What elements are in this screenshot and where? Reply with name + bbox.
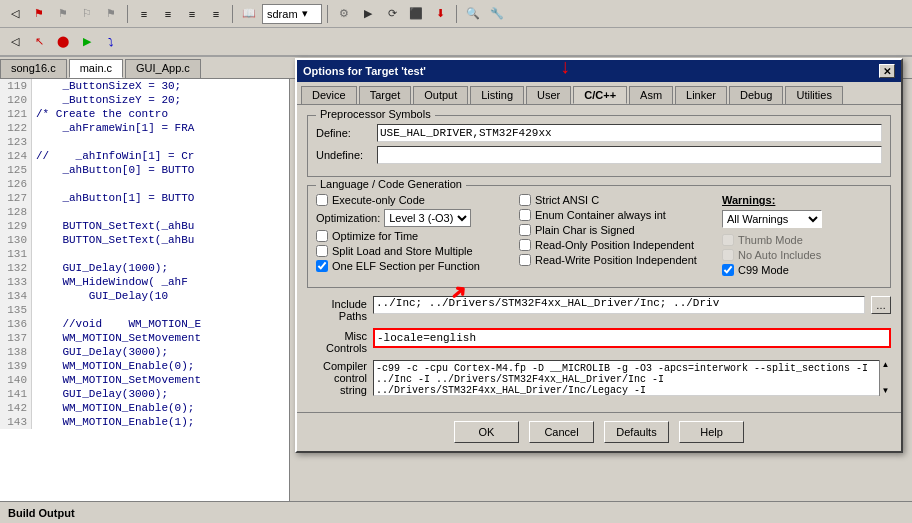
toolbar-btn-back[interactable]: ◁ bbox=[4, 31, 26, 53]
toolbar-btn-breakpt[interactable]: ⬤ bbox=[52, 31, 74, 53]
toolbar-btn-compile[interactable]: ⚙ bbox=[333, 3, 355, 25]
toolbar-sep-4 bbox=[456, 5, 457, 23]
toolbar-target-dropdown[interactable]: sdram ▾ bbox=[262, 4, 322, 24]
code-editor[interactable]: 119 _ButtonSizeX = 30;120 _ButtonSizeY =… bbox=[0, 79, 290, 523]
preprocessor-group: Preprocessor Symbols Define: Undefine: bbox=[307, 115, 891, 177]
line-code: _ButtonSizeX = 30; bbox=[32, 79, 181, 93]
compiler-string-input[interactable]: -c99 -c -cpu Cortex-M4.fp -D __MICROLIB … bbox=[373, 360, 891, 396]
toolbar-sep-3 bbox=[327, 5, 328, 23]
dialog-tab-asm[interactable]: Asm bbox=[629, 86, 673, 104]
defaults-button[interactable]: Defaults bbox=[604, 421, 669, 443]
read-write-cb[interactable] bbox=[519, 254, 531, 266]
dialog-tab-utilities[interactable]: Utilities bbox=[785, 86, 842, 104]
optimization-select[interactable]: Level 3 (-O3) bbox=[384, 209, 471, 227]
ok-button[interactable]: OK bbox=[454, 421, 519, 443]
dialog-tab-cpp[interactable]: C/C++ bbox=[573, 86, 627, 104]
toolbar-btn-indent3[interactable]: ≡ bbox=[181, 3, 203, 25]
split-load-cb[interactable] bbox=[316, 245, 328, 257]
toolbar-btn-flag4[interactable]: ⚑ bbox=[100, 3, 122, 25]
read-only-cb[interactable] bbox=[519, 239, 531, 251]
include-paths-label: Include Paths bbox=[307, 296, 367, 322]
warnings-select[interactable]: All Warnings bbox=[722, 210, 822, 228]
toolbar-btn-build[interactable]: ▶ bbox=[357, 3, 379, 25]
optimize-time-cb[interactable] bbox=[316, 230, 328, 242]
enum-container-cb[interactable] bbox=[519, 209, 531, 221]
tab-guiappc[interactable]: GUI_App.c bbox=[125, 59, 201, 78]
scroll-up-arrow[interactable]: ▲ bbox=[881, 360, 891, 370]
toolbar-btn-rebuild[interactable]: ⟳ bbox=[381, 3, 403, 25]
toolbar-btn-indent2[interactable]: ≡ bbox=[157, 3, 179, 25]
define-label: Define: bbox=[316, 127, 371, 139]
toolbar-btn-indent[interactable]: ≡ bbox=[133, 3, 155, 25]
table-row: 130 BUTTON_SetText(_ahBu bbox=[0, 233, 289, 247]
line-number: 127 bbox=[0, 191, 32, 205]
undefine-row: Undefine: bbox=[316, 146, 882, 164]
define-row: Define: bbox=[316, 124, 882, 142]
compiler-scrollbar[interactable]: ▲ ▼ bbox=[879, 360, 891, 396]
dialog-tab-target[interactable]: Target bbox=[359, 86, 412, 104]
tab-mainc[interactable]: main.c bbox=[69, 59, 123, 78]
compiler-string-value: -c99 -c -cpu Cortex-M4.fp -D __MICROLIB … bbox=[376, 363, 868, 396]
execute-only-cb[interactable] bbox=[316, 194, 328, 206]
include-paths-input[interactable]: ../Inc; ../Drivers/STM32F4xx_HAL_Driver/… bbox=[373, 296, 865, 314]
code-lines: 119 _ButtonSizeX = 30;120 _ButtonSizeY =… bbox=[0, 79, 289, 429]
toolbar-btn-flag2[interactable]: ⚑ bbox=[52, 3, 74, 25]
misc-controls-input-highlight[interactable]: -locale=english bbox=[373, 328, 891, 348]
line-code: _ahButton[0] = BUTTO bbox=[32, 163, 194, 177]
plain-char-cb[interactable] bbox=[519, 224, 531, 236]
line-number: 133 bbox=[0, 275, 32, 289]
line-number: 128 bbox=[0, 205, 32, 219]
dialog-close-button[interactable]: ✕ bbox=[879, 64, 895, 78]
dialog-tab-output[interactable]: Output bbox=[413, 86, 468, 104]
toolbar-btn-step[interactable]: ⤵ bbox=[100, 31, 122, 53]
line-code: GUI_Delay(10 bbox=[32, 289, 168, 303]
scroll-down-arrow[interactable]: ▼ bbox=[881, 386, 891, 396]
undefine-input[interactable] bbox=[377, 146, 882, 164]
table-row: 119 _ButtonSizeX = 30; bbox=[0, 79, 289, 93]
dialog-tab-user[interactable]: User bbox=[526, 86, 571, 104]
cancel-button[interactable]: Cancel bbox=[529, 421, 594, 443]
strict-ansi-cb[interactable] bbox=[519, 194, 531, 206]
lang-mid-col: Strict ANSI C Enum Container always int … bbox=[519, 194, 714, 279]
table-row: 140 WM_MOTION_SetMovement bbox=[0, 373, 289, 387]
tab-song16c[interactable]: song16.c bbox=[0, 59, 67, 78]
toolbar-btn-search[interactable]: 🔍 bbox=[462, 3, 484, 25]
dialog-tab-listing[interactable]: Listing bbox=[470, 86, 524, 104]
toolbar-btn-stop[interactable]: ⬛ bbox=[405, 3, 427, 25]
line-number: 125 bbox=[0, 163, 32, 177]
include-browse-btn[interactable]: … bbox=[871, 296, 891, 314]
toolbar-btn-flag[interactable]: ⚑ bbox=[28, 3, 50, 25]
c99-mode-label: C99 Mode bbox=[738, 264, 789, 276]
toolbar-btn-indent4[interactable]: ≡ bbox=[205, 3, 227, 25]
toolbar-btn-play[interactable]: ▶ bbox=[76, 31, 98, 53]
dialog-tab-debug[interactable]: Debug bbox=[729, 86, 783, 104]
toolbar-btn-book[interactable]: 📖 bbox=[238, 3, 260, 25]
line-number: 131 bbox=[0, 247, 32, 261]
c99-mode-cb[interactable] bbox=[722, 264, 734, 276]
line-number: 119 bbox=[0, 79, 32, 93]
no-auto-includes-row: No Auto Includes bbox=[722, 249, 882, 261]
line-code: BUTTON_SetText(_ahBu bbox=[32, 219, 194, 233]
toolbar-btn-download[interactable]: ⬇ bbox=[429, 3, 451, 25]
misc-controls-section: Misc Controls -locale=english bbox=[307, 328, 891, 354]
toolbar-btn-1[interactable]: ◁ bbox=[4, 3, 26, 25]
toolbar-btn-settings[interactable]: 🔧 bbox=[486, 3, 508, 25]
table-row: 133 WM_HideWindow( _ahF bbox=[0, 275, 289, 289]
line-number: 124 bbox=[0, 149, 32, 163]
help-button[interactable]: Help bbox=[679, 421, 744, 443]
define-input[interactable] bbox=[377, 124, 882, 142]
options-dialog[interactable]: Options for Target 'test' ✕ Device Targe… bbox=[295, 58, 903, 453]
preprocessor-group-title: Preprocessor Symbols bbox=[316, 108, 435, 120]
language-group: Language / Code Generation Execute-only … bbox=[307, 185, 891, 288]
dialog-tab-linker[interactable]: Linker bbox=[675, 86, 727, 104]
one-elf-label: One ELF Section per Function bbox=[332, 260, 480, 272]
no-auto-includes-cb bbox=[722, 249, 734, 261]
toolbar-btn-flag3[interactable]: ⚐ bbox=[76, 3, 98, 25]
enum-container-label: Enum Container always int bbox=[535, 209, 666, 221]
dialog-tab-device[interactable]: Device bbox=[301, 86, 357, 104]
toolbar-btn-cursor[interactable]: ↖ bbox=[28, 31, 50, 53]
one-elf-cb[interactable] bbox=[316, 260, 328, 272]
strict-ansi-row: Strict ANSI C bbox=[519, 194, 714, 206]
execute-only-row: Execute-only Code bbox=[316, 194, 511, 206]
table-row: 131 bbox=[0, 247, 289, 261]
